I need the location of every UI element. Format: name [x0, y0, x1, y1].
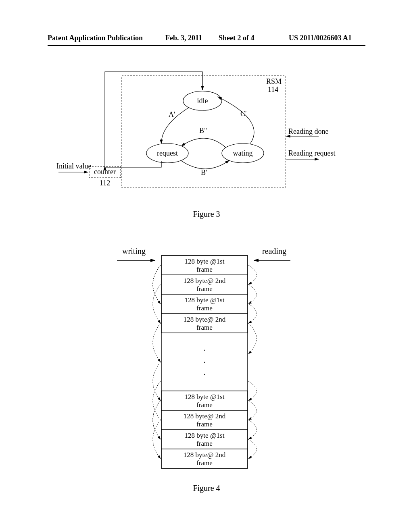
waiting-text: wating: [233, 149, 253, 157]
idle-text: idle: [197, 97, 208, 105]
svg-text:frame: frame: [196, 440, 213, 447]
writing-arcs: [153, 265, 161, 459]
dots-1: .: [204, 344, 206, 352]
svg-text:128 byte@ 2nd: 128 byte@ 2nd: [184, 412, 226, 420]
header-docnum: US 2011/0026603 A1: [289, 34, 352, 42]
svg-text:frame: frame: [196, 459, 213, 467]
figure-4-caption: Figure 4: [0, 484, 413, 493]
svg-text:128 byte@ 2nd: 128 byte@ 2nd: [184, 277, 226, 285]
counter-num: 112: [100, 179, 110, 187]
header-date: Feb. 3, 2011: [165, 34, 202, 42]
reading-arcs: [248, 265, 257, 459]
rsm-label: RSM: [266, 77, 282, 85]
svg-text:128 byte@ 2nd: 128 byte@ 2nd: [184, 451, 226, 459]
svg-text:frame: frame: [196, 266, 213, 273]
svg-text:frame: frame: [196, 324, 213, 331]
svg-text:frame: frame: [196, 304, 213, 312]
dots-2: .: [204, 356, 206, 364]
svg-text:frame: frame: [196, 285, 213, 293]
svg-text:128 byte @1st: 128 byte @1st: [185, 393, 225, 401]
header-rule: [48, 45, 365, 46]
figure-4: writing reading 128 byte @1st frame 12: [0, 242, 413, 476]
transition-b-prime: [181, 160, 229, 169]
transition-c: [218, 97, 254, 144]
header-pub: Patent Application Publication: [48, 34, 143, 42]
transition-b-pp: [181, 138, 226, 148]
rsm-num-label: 114: [268, 85, 278, 94]
reading-label: reading: [262, 247, 286, 256]
label-c: C': [240, 110, 246, 118]
counter-to-idle: [105, 72, 202, 166]
figure-4-svg: writing reading 128 byte @1st frame 12: [0, 242, 413, 476]
figure-3: RSM 114 idle request wating A' C' B' B" …: [0, 69, 413, 202]
svg-text:frame: frame: [196, 420, 213, 428]
reading-done-text: Reading done: [288, 127, 328, 135]
label-b-prime: B': [201, 168, 207, 177]
svg-text:128 byte@ 2nd: 128 byte@ 2nd: [184, 316, 226, 323]
svg-text:128 byte @1st: 128 byte @1st: [185, 296, 225, 304]
svg-text:frame: frame: [196, 401, 213, 409]
dots-3: .: [204, 368, 206, 376]
label-a: A': [169, 110, 175, 118]
counter-text: counter: [94, 168, 116, 176]
request-text: request: [157, 149, 178, 157]
svg-text:128 byte @1st: 128 byte @1st: [185, 258, 225, 265]
label-b-pp: B": [199, 127, 207, 135]
figure-3-svg: RSM 114 idle request wating A' C' B' B" …: [0, 69, 413, 202]
svg-text:128 byte @1st: 128 byte @1st: [185, 432, 225, 439]
initial-text: Initial value: [56, 162, 91, 170]
writing-label: writing: [122, 247, 146, 256]
figure-3-caption: Figure 3: [0, 210, 413, 219]
reading-request-text: Reading request: [288, 149, 335, 157]
header-sheet: Sheet 2 of 4: [219, 34, 254, 42]
